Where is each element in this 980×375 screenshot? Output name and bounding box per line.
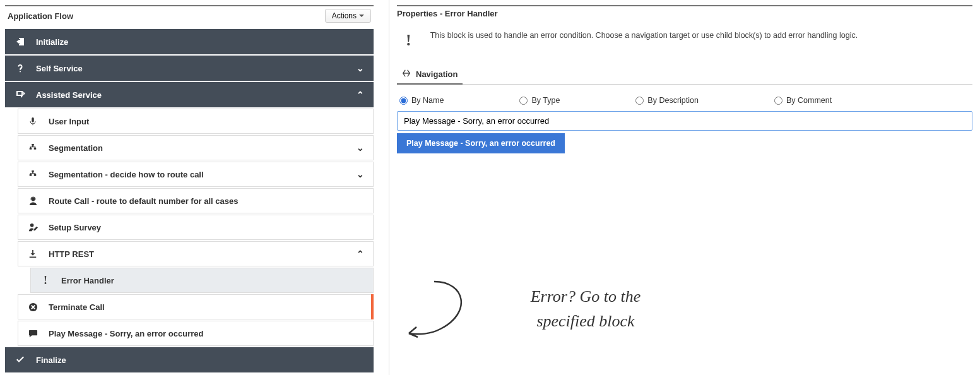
chevron-up-icon: ⌃ — [357, 90, 364, 100]
terminate-icon — [27, 302, 38, 312]
agent-icon — [27, 196, 38, 206]
flow-error-handler[interactable]: ! Error Handler — [30, 268, 374, 293]
radio-filter-row: By Name By Type By Description By Commen… — [397, 96, 972, 111]
annotation-arrow — [396, 275, 491, 345]
navigation-result-item[interactable]: Play Message - Sorry, an error occurred — [397, 133, 565, 153]
exclamation-icon: ! — [406, 31, 411, 50]
flow-user-input[interactable]: User Input — [18, 109, 374, 134]
navigation-search-input[interactable] — [397, 111, 972, 131]
chevron-down-icon: ⌄ — [357, 143, 364, 153]
annotation-text: Error? Go to the specified block — [497, 284, 674, 333]
download-icon — [27, 249, 38, 258]
hierarchy-icon — [27, 170, 38, 179]
question-icon — [15, 64, 26, 73]
chevron-down-icon — [359, 15, 364, 17]
check-icon — [15, 355, 26, 365]
flow-assisted-service[interactable]: Assisted Service ⌃ — [5, 82, 374, 107]
svg-point-1 — [30, 223, 33, 227]
flow-http-rest[interactable]: HTTP REST ⌃ — [18, 241, 374, 266]
flow-terminate-call[interactable]: Terminate Call — [18, 294, 374, 319]
flow-self-service[interactable]: Self Service ⌄ — [5, 56, 374, 81]
person-edit-icon — [27, 223, 38, 232]
chevron-down-icon: ⌄ — [357, 63, 364, 73]
radio-by-description[interactable]: By Description — [635, 96, 699, 105]
flow-play-message[interactable]: Play Message - Sorry, an error occurred — [18, 321, 374, 346]
share-icon — [15, 90, 26, 100]
flow-segmentation-decide[interactable]: Segmentation - decide how to route call … — [18, 162, 374, 187]
properties-description: This block is used to handle an error co… — [430, 31, 858, 40]
radio-by-comment[interactable]: By Comment — [774, 96, 832, 105]
panel-header: Application Flow Actions — [5, 5, 374, 29]
flow-initialize[interactable]: Initialize — [5, 29, 374, 54]
radio-by-name[interactable]: By Name — [399, 96, 444, 105]
flow-finalize[interactable]: Finalize — [5, 347, 374, 372]
chevron-up-icon: ⌃ — [357, 249, 364, 259]
microphone-icon — [27, 117, 38, 126]
chat-icon — [27, 329, 38, 338]
tab-bar: Navigation — [397, 65, 972, 85]
navigation-icon — [402, 69, 411, 80]
flow-setup-survey[interactable]: Setup Survey — [18, 215, 374, 240]
actions-button[interactable]: Actions — [325, 9, 371, 23]
flow-route-call[interactable]: Route Call - route to default number for… — [18, 188, 374, 213]
tab-navigation[interactable]: Navigation — [397, 65, 463, 85]
hierarchy-icon — [27, 143, 38, 152]
properties-description-row: ! This block is used to handle an error … — [397, 25, 972, 65]
panel-title: Application Flow — [8, 11, 73, 21]
properties-title: Properties - Error Handler — [397, 5, 972, 25]
chevron-down-icon: ⌄ — [357, 169, 364, 179]
application-flow-panel: Application Flow Actions Initialize Self… — [0, 0, 379, 375]
login-icon — [15, 37, 26, 47]
exclamation-icon: ! — [40, 274, 51, 287]
flow-segmentation[interactable]: Segmentation ⌄ — [18, 135, 374, 160]
radio-by-type[interactable]: By Type — [519, 96, 560, 105]
